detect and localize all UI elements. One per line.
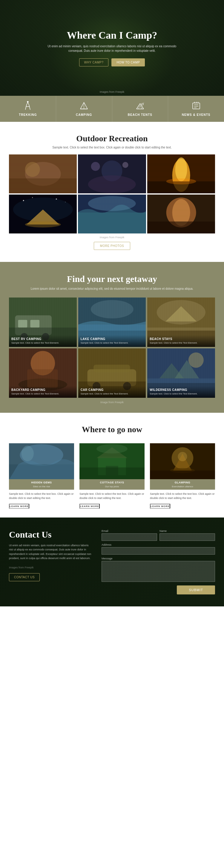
getaway-card-wilderness[interactable]: WILDERNESS CAMPING Sample text. Click to… [147,348,215,398]
outdoor-title: Outdoor Recreation [9,134,215,143]
contact-form-row-3: Message [102,557,215,582]
getaway-title-backyard: BACKYARD CAMPING [11,388,74,392]
getaway-text-wilderness: Sample text. Click to select the Text El… [150,393,213,395]
svg-point-35 [65,202,66,202]
message-textarea[interactable] [102,561,215,582]
how-to-camp-button[interactable]: HOW TO CAMP [111,58,145,66]
outdoor-photo-4 [9,194,77,234]
getaway-description: Lorem ipsum dolor sit amet, consectetur … [9,286,215,291]
email-input[interactable] [102,533,157,541]
hero-section: Where Can I Camp? Ut enim ad minim venia… [0,0,224,96]
getaway-text-lake: Sample text. Click to select the Text El… [81,342,144,344]
getaway-title-rv: BEST RV CAMPING [11,337,74,341]
getaway-card-rv[interactable]: BEST RV CAMPING Sample text. Click to se… [9,298,77,347]
svg-rect-46 [30,320,39,328]
getaway-card-beach[interactable]: BEACH STAYS Sample text. Click to select… [147,298,215,347]
getaway-text-beach: Sample text. Click to select the Text El… [150,342,213,344]
getaway-title-car: CAR CAMPING [81,388,144,392]
outdoor-photo-5 [78,194,146,234]
learn-more-hidden-gems[interactable]: LEARN MORE [9,504,29,508]
getaway-credit: Image from Freepik [9,401,215,404]
svg-point-38 [88,196,136,211]
outdoor-photo-3 [147,154,215,193]
news-events-label: NEWS & EVENTS [182,113,211,117]
where-card-img-hidden-gems [9,443,74,479]
outdoor-photo-grid [9,154,215,234]
getaway-overlay-car: CAR CAMPING Sample text. Click to select… [78,386,146,398]
where-card-sublabel-glamping: Exercitation ullamco [150,485,215,490]
getaway-text-backyard: Sample text. Click to select the Text El… [11,393,74,395]
contact-description: Ut enim ad minim veniam, quis nostrud ex… [9,543,92,561]
svg-point-0 [27,101,28,102]
message-label: Message [102,557,215,560]
svg-rect-86 [150,470,215,479]
svg-point-16 [25,162,40,177]
news-events-icon [191,101,201,111]
svg-rect-42 [147,221,215,234]
getaway-text-rv: Sample text. Click to select the Text El… [11,342,74,344]
svg-point-21 [91,162,100,171]
submit-button[interactable]: SUBMIT [177,585,215,594]
getaway-title: Find your next getaway [9,274,215,284]
learn-more-glamping[interactable]: LEARN MORE [150,504,170,508]
svg-point-25 [175,157,187,181]
address-input[interactable] [102,547,215,555]
svg-rect-7 [193,103,200,109]
svg-point-70 [188,352,204,368]
more-photos-button[interactable]: MORE PHOTOS [94,242,130,250]
getaway-card-backyard[interactable]: BACKYARD CAMPING Sample text. Click to s… [9,348,77,398]
where-card-img-glamping [150,443,215,479]
svg-rect-45 [18,320,28,328]
camping-label: CAMPING [76,113,92,117]
svg-point-52 [91,300,134,318]
where-card-cottage: COTTAGE STAYS Our top picks Sample text.… [79,443,145,508]
outdoor-photo-6 [147,194,215,234]
svg-rect-17 [9,178,77,193]
contact-address-field: Address [102,543,215,555]
getaway-card-car[interactable]: CAR CAMPING Sample text. Click to select… [78,348,146,398]
svg-rect-61 [27,369,58,388]
icon-item-news-events[interactable]: NEWS & EVENTS [168,96,224,122]
where-card-body-glamping: Sample text. Click to select the text bo… [150,490,215,502]
trekking-label: TREKKING [19,113,37,117]
outdoor-subtitle: Sample text. Click to select the text bo… [9,146,215,149]
contact-message-field: Message [102,557,215,582]
outdoor-credit: Images from Freepik [9,236,215,239]
svg-point-75 [22,446,34,461]
getaway-card-lake[interactable]: LAKE CAMPING Sample text. Click to selec… [78,298,146,347]
svg-point-5 [142,103,143,105]
svg-point-81 [97,444,127,454]
getaway-text-car: Sample text. Click to select the Text El… [81,393,144,395]
getaway-title-wilderness: WILDERNESS CAMPING [150,388,213,392]
where-card-sublabel-hidden-gems: Sites on the rise [9,485,74,490]
contact-credit: Images from Freepik [9,566,92,569]
svg-point-87 [178,452,187,461]
svg-point-31 [25,221,61,227]
outdoor-photo-1 [9,154,77,193]
hero-credit: Images from Freepik [100,90,124,93]
getaway-title-lake: LAKE CAMPING [81,337,144,341]
hero-title: Where Can I Camp? [67,30,157,41]
where-card-hidden-gems: HIDDEN GEMS Sites on the rise Sample tex… [9,443,74,508]
icon-item-beach-tents[interactable]: BEACH TENTS [112,96,169,122]
address-label: Address [102,543,215,546]
svg-point-34 [56,198,57,199]
icon-item-trekking[interactable]: TREKKING [0,96,56,122]
svg-rect-80 [79,467,145,479]
contact-form-row-1: Email Name [102,529,215,541]
name-input[interactable] [159,533,215,541]
contact-us-button[interactable]: CONTACT US [9,573,40,581]
icon-item-camping[interactable]: CAMPING [56,96,112,122]
svg-point-32 [23,200,24,201]
getaway-grid: BEST RV CAMPING Sample text. Click to se… [9,298,215,398]
hero-description: Ut enim ad minim veniam, quis nostrud ex… [40,44,184,53]
where-card-label-cottage: COTTAGE STAYS [79,479,145,485]
icon-bar: TREKKING CAMPING BEACH TENTS NEWS & [0,96,224,122]
camping-icon [79,101,89,111]
learn-more-cottage[interactable]: LEARN MORE [79,504,100,508]
why-camp-button[interactable]: WHY CAMP? [79,58,109,66]
svg-point-20 [88,176,136,193]
where-card-glamping: GLAMPING Exercitation ullamco Sample tex… [150,443,215,508]
where-title: Where to go now [9,425,215,434]
where-card-img-cottage [79,443,145,479]
